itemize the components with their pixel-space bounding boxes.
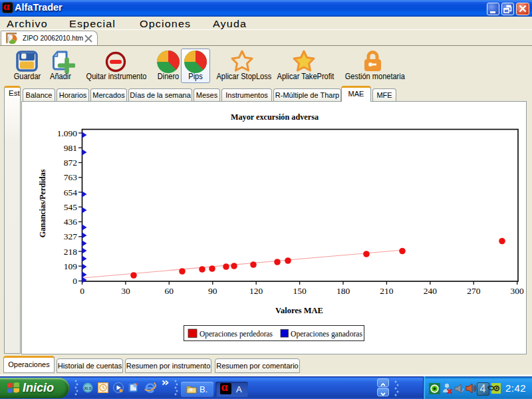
svg-text:1.090: 1.090 bbox=[57, 128, 78, 138]
svg-text:180: 180 bbox=[336, 286, 350, 296]
svg-text:981: 981 bbox=[64, 143, 77, 153]
svg-text:Mayor excursión adversa: Mayor excursión adversa bbox=[231, 112, 319, 122]
svg-text:0: 0 bbox=[72, 276, 77, 286]
svg-text:150: 150 bbox=[293, 286, 307, 296]
svg-text:Valores MAE: Valores MAE bbox=[275, 306, 323, 315]
svg-text:300: 300 bbox=[511, 286, 525, 296]
svg-text:109: 109 bbox=[64, 261, 78, 271]
svg-text:872: 872 bbox=[64, 158, 77, 168]
svg-text:240: 240 bbox=[424, 286, 438, 296]
svg-text:545: 545 bbox=[64, 202, 78, 212]
svg-text:0: 0 bbox=[80, 286, 84, 296]
svg-text:654: 654 bbox=[64, 188, 78, 198]
svg-text:218: 218 bbox=[64, 247, 78, 257]
svg-text:270: 270 bbox=[467, 286, 481, 296]
svg-text:30: 30 bbox=[121, 286, 130, 296]
svg-text:60: 60 bbox=[165, 286, 174, 296]
svg-text:90: 90 bbox=[208, 286, 217, 296]
svg-text:XLS: XLS bbox=[84, 386, 92, 390]
svg-text:327: 327 bbox=[64, 231, 78, 241]
svg-text:763: 763 bbox=[64, 172, 78, 182]
svg-text:Ganancias/Perdidas: Ganancias/Perdidas bbox=[38, 169, 47, 237]
svg-text:210: 210 bbox=[380, 286, 394, 296]
svg-text:Operaciones perdedoras: Operaciones perdedoras bbox=[200, 329, 273, 338]
svg-text:Operaciones ganadoras: Operaciones ganadoras bbox=[291, 329, 362, 338]
svg-text:436: 436 bbox=[64, 217, 78, 227]
svg-text:120: 120 bbox=[249, 286, 263, 296]
